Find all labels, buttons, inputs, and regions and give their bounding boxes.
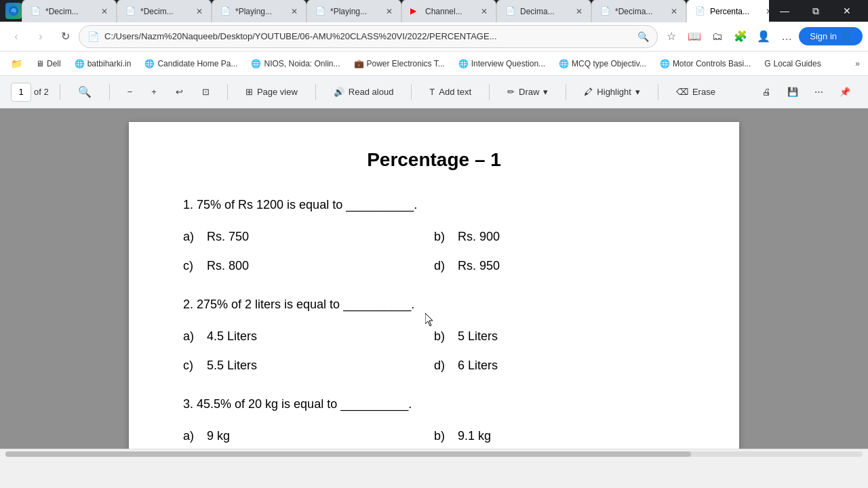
zoom-in-button[interactable]: + [144, 84, 163, 100]
back-button[interactable]: ‹ [5, 26, 27, 47]
rotate-button[interactable]: ↩ [169, 84, 190, 100]
bookmark-interview-label: Interview Question... [471, 59, 545, 68]
option-1a: a) Rs. 750 [183, 226, 434, 248]
options-1: a) Rs. 750 b) Rs. 900 c) Rs. 800 d) Rs. … [183, 226, 685, 277]
zoom-in-icon: + [151, 87, 157, 97]
tab-close-4[interactable]: ✕ [383, 5, 395, 18]
tab-title-2: *Decim... [140, 7, 189, 16]
tab-close-3[interactable]: ✕ [288, 5, 300, 18]
tab-close-1[interactable]: ✕ [98, 5, 111, 18]
restore-button[interactable]: ⧉ [800, 0, 831, 22]
highlight-button[interactable]: 🖍 Highlight ▾ [577, 84, 647, 100]
tab-2[interactable]: 📄 *Decim... ✕ [117, 0, 212, 22]
page-view-label: Page view [257, 87, 298, 97]
highlight-label: Highlight [597, 87, 631, 97]
sign-in-button[interactable]: Sign in 👤 [799, 27, 863, 45]
collections-button[interactable]: 🗂 [707, 26, 728, 47]
close-button[interactable]: ✕ [831, 0, 863, 22]
pin-button[interactable]: 📌 [833, 84, 857, 100]
option-1c-value: Rs. 800 [207, 259, 249, 272]
tab-title-8: Percenta... [710, 7, 759, 16]
tab-close-8[interactable]: ✕ [763, 5, 769, 18]
bookmark-candidate[interactable]: 🌐 Candidate Home Pa... [139, 56, 243, 71]
toolbar-divider-6 [489, 84, 490, 100]
add-text-label: Add text [439, 87, 471, 97]
url-text: C:/Users/Nazm%20Naqueeb/Desktop/YOUTUBE/… [104, 31, 632, 41]
bookmark-batbiharki[interactable]: 🌐 batbiharki.in [69, 56, 137, 71]
profile-avatar: 👤 [841, 31, 852, 41]
bookmark-item-folders[interactable]: 📁 [5, 56, 28, 72]
pdf-content: Percentage – 1 1. 75% of Rs 1200 is equa… [0, 108, 868, 449]
fit-button[interactable]: ⊡ [195, 84, 216, 100]
page-total: of 2 [34, 87, 49, 97]
option-1c-label: c) [183, 259, 203, 273]
draw-button[interactable]: ✏ Draw ▾ [500, 84, 555, 100]
browser-toolbar: ‹ › ↻ 📄 C:/Users/Nazm%20Naqueeb/Desktop/… [0, 22, 868, 52]
more-button[interactable]: … [776, 26, 797, 47]
tab-7[interactable]: 📄 *Decima... ✕ [591, 0, 686, 22]
google-favicon: G [764, 59, 770, 68]
option-1b-value: Rs. 900 [458, 230, 500, 243]
lock-icon: 🔍 [637, 31, 649, 42]
bookmarks-more-button[interactable]: » [852, 56, 863, 71]
search-button[interactable]: 🔍 [71, 83, 98, 101]
tab-favicon-2: 📄 [125, 6, 136, 17]
option-2d-value: 6 Liters [458, 359, 498, 372]
question-1-text: 1. 75% of Rs 1200 is equal to __________… [183, 198, 417, 211]
tab-5[interactable]: ▶ Channel... ✕ [401, 0, 496, 22]
add-text-button[interactable]: T Add text [422, 84, 478, 100]
scrollbar-track [5, 451, 863, 457]
scrollbar-thumb[interactable] [5, 451, 691, 457]
tab-1[interactable]: 📄 *Decim... ✕ [22, 0, 117, 22]
print-button[interactable]: 🖨 [755, 84, 778, 100]
bookmark-local-label: Local Guides [774, 59, 821, 68]
pdf-toolbar: of 2 🔍 − + ↩ ⊡ ⊞ Page view 🔊 Read aloud … [0, 76, 868, 108]
bookmark-local[interactable]: G Local Guides [759, 56, 826, 71]
tab-close-6[interactable]: ✕ [573, 5, 585, 18]
option-1c: c) Rs. 800 [183, 255, 434, 277]
option-3b: b) 9.1 kg [434, 425, 685, 447]
page-number-input[interactable] [11, 83, 31, 102]
tab-4[interactable]: 📄 *Playing... ✕ [307, 0, 401, 22]
tab-title-3: *Playing... [235, 7, 284, 16]
star-button[interactable]: ☆ [660, 26, 682, 47]
save-button[interactable]: 💾 [781, 84, 805, 100]
search-icon: 🔍 [78, 85, 92, 98]
draw-icon: ✏ [507, 87, 515, 97]
profile-button[interactable]: 👤 [753, 26, 774, 47]
file-icon: 📄 [87, 31, 99, 42]
rotate-icon: ↩ [176, 87, 183, 97]
dell-favicon: 🖥 [36, 59, 44, 68]
zoom-out-button[interactable]: − [121, 84, 140, 100]
tab-6[interactable]: 📄 Decima... ✕ [496, 0, 591, 22]
tab-3[interactable]: 📄 *Playing... ✕ [212, 0, 307, 22]
toolbar-divider-5 [411, 84, 412, 100]
toolbar-actions: ☆ 📖 🗂 🧩 👤 … Sign in 👤 [660, 26, 863, 47]
tab-close-5[interactable]: ✕ [478, 5, 490, 18]
tab-close-7[interactable]: ✕ [668, 5, 680, 18]
options-2: a) 4.5 Liters b) 5 Liters c) 5.5 Liters … [183, 325, 685, 377]
tab-close-2[interactable]: ✕ [193, 5, 205, 18]
forward-button[interactable]: › [30, 26, 52, 47]
minimize-button[interactable]: — [769, 0, 800, 22]
address-bar[interactable]: 📄 C:/Users/Nazm%20Naqueeb/Desktop/YOUTUB… [79, 25, 658, 48]
tab-8[interactable]: 📄 Percenta... ✕ [686, 0, 769, 22]
bookmark-interview[interactable]: 🌐 Interview Question... [453, 56, 551, 71]
bookmark-nios[interactable]: 🌐 NIOS, Noida: Onlin... [245, 56, 345, 71]
option-3a-label: a) [183, 429, 203, 443]
read-button[interactable]: 📖 [684, 26, 705, 47]
bookmark-mcq[interactable]: 🌐 MCQ type Objectiv... [553, 56, 652, 71]
erase-button[interactable]: ⌫ Erase [669, 84, 722, 100]
page-view-button[interactable]: ⊞ Page view [239, 84, 304, 100]
read-aloud-button[interactable]: 🔊 Read aloud [327, 84, 401, 100]
tab-favicon-8: 📄 [695, 6, 706, 17]
refresh-button[interactable]: ↻ [54, 26, 76, 47]
extensions-button[interactable]: 🧩 [730, 26, 751, 47]
bookmark-dell[interactable]: 🖥 Dell [31, 56, 66, 71]
more-tools-button[interactable]: ⋯ [808, 84, 830, 100]
bookmark-motor[interactable]: 🌐 Motor Controls Basi... [654, 56, 756, 71]
tab-title-6: Decima... [520, 7, 569, 16]
bookmark-candidate-label: Candidate Home Pa... [157, 59, 237, 68]
batbiharki-favicon: 🌐 [75, 59, 85, 68]
bookmark-power[interactable]: 💼 Power Electronics T... [349, 56, 450, 71]
